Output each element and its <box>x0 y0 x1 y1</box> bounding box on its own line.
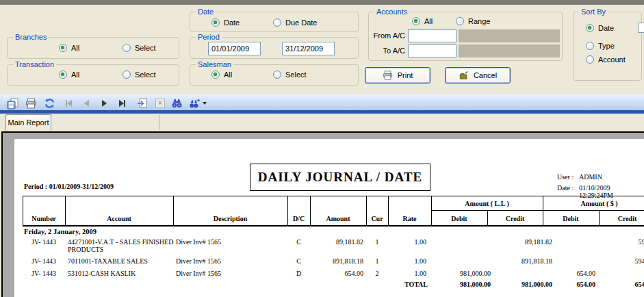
tab-main-report-label: Main Report <box>8 118 49 127</box>
sortby-partial-checkbox[interactable] <box>638 23 644 33</box>
last-page-icon[interactable] <box>114 96 130 110</box>
accounts-all-label[interactable]: All <box>424 17 433 25</box>
header-dc: D/C <box>287 215 310 222</box>
date-group-label: Date <box>196 8 216 16</box>
top-border-strip <box>0 0 644 5</box>
header-cur: Cur <box>366 215 388 222</box>
header-usd-debit: Debit <box>543 215 599 222</box>
transaction-select-label[interactable]: Select <box>135 70 156 79</box>
row-dc: C <box>287 257 310 265</box>
accounts-group-label: Accounts <box>374 8 409 16</box>
row-cur: 1 <box>366 238 388 246</box>
go-to-page-icon[interactable] <box>134 96 151 110</box>
header-ll-debit: Debit <box>431 215 487 222</box>
salesman-all-radio[interactable] <box>211 70 220 79</box>
row-ll-debit: 981,000.00 <box>431 270 491 277</box>
total-usd-debit: 654.00 <box>543 281 595 288</box>
row-amount: 89,181.82 <box>310 238 363 246</box>
salesman-select-label[interactable]: Select <box>285 70 307 79</box>
accounts-range-label[interactable]: Range <box>468 17 490 25</box>
sortby-group-label: Sort By <box>579 8 608 16</box>
header-amount-ll-group: Amount ( L.L ) <box>431 200 543 207</box>
row-account: 531012-CASH KASLIK <box>68 270 174 277</box>
find-icon[interactable] <box>168 96 185 110</box>
sortby-type-label[interactable]: Type <box>598 42 615 50</box>
total-usd-credit: 654.00 <box>599 281 644 288</box>
from-ac-input[interactable] <box>408 29 456 42</box>
to-ac-name-box <box>459 44 560 57</box>
transaction-select-radio[interactable] <box>123 70 131 79</box>
transaction-all-radio[interactable] <box>59 70 67 79</box>
next-page-icon[interactable] <box>96 96 112 110</box>
print-button-icon <box>383 70 393 80</box>
group-date-row: Friday, 2 January, 2009 <box>24 228 96 235</box>
row-usd-credit: 594.55 <box>599 257 644 265</box>
tab-strip-divider <box>159 115 159 130</box>
branches-select-label[interactable]: Select <box>135 44 156 52</box>
branches-select-radio[interactable] <box>123 44 131 52</box>
row-ll-credit: 891,818.18 <box>487 257 552 265</box>
print-icon[interactable] <box>23 96 39 110</box>
table-header-bottom-border <box>23 225 644 227</box>
row-rate: 1.00 <box>388 238 426 246</box>
sortby-type-radio[interactable] <box>586 42 594 50</box>
row-usd-debit: 654.00 <box>543 270 595 277</box>
branches-all-label[interactable]: All <box>71 44 79 52</box>
salesman-all-label[interactable]: All <box>224 70 232 79</box>
cancel-button-icon <box>459 70 469 80</box>
header-usd-credit: Credit <box>599 215 644 222</box>
date-duedate-label[interactable]: Due Date <box>285 18 317 27</box>
salesman-select-radio[interactable] <box>273 70 281 79</box>
row-description: Diver Inv# 1565 <box>176 270 285 277</box>
to-ac-input[interactable] <box>408 44 456 57</box>
report-user-value: ADMIN <box>579 173 602 181</box>
row-amount: 654.00 <box>310 270 363 277</box>
row-usd-credit: 59.45 <box>599 238 644 246</box>
from-ac-label: From A/C <box>370 31 405 40</box>
row-account: 7011001-TAXABLE SALES <box>68 257 174 265</box>
print-button[interactable]: Print <box>365 67 430 83</box>
row-dc: C <box>287 238 310 246</box>
to-ac-label: To A/C <box>370 47 405 55</box>
report-datetime-value: 01/10/2009 12:29:24PM <box>579 184 644 199</box>
header-ll-credit: Credit <box>487 215 543 222</box>
refresh-icon[interactable] <box>41 96 57 110</box>
period-from-input[interactable] <box>208 42 261 55</box>
stop-icon: × <box>152 96 168 110</box>
table-group-header-underline <box>431 210 644 211</box>
previous-page-icon <box>78 96 94 110</box>
header-account: Account <box>65 215 173 222</box>
app-window: Branches All Select Transaction All Sele… <box>0 0 644 297</box>
sortby-date-radio[interactable] <box>586 24 594 32</box>
period-group-label: Period <box>196 33 222 41</box>
date-date-label[interactable]: Date <box>224 18 240 27</box>
zoom-find-dropdown-caret[interactable] <box>201 96 209 110</box>
cancel-button[interactable]: Cancel <box>445 67 511 83</box>
sortby-account-label[interactable]: Account <box>598 55 626 64</box>
accounts-range-radio[interactable] <box>456 17 464 25</box>
transaction-all-label[interactable]: All <box>71 70 79 79</box>
period-to-input[interactable] <box>282 42 335 55</box>
tab-main-report[interactable]: Main Report <box>5 114 51 131</box>
header-amount: Amount <box>310 215 366 222</box>
report-toolbar: × <box>0 94 644 114</box>
header-rate: Rate <box>388 215 431 222</box>
export-icon[interactable] <box>4 96 21 110</box>
row-dc: D <box>287 270 310 277</box>
sortby-date-label[interactable]: Date <box>598 24 614 32</box>
branches-all-radio[interactable] <box>59 44 67 52</box>
header-amount-usd-group: Amount ( $ ) <box>543 200 644 207</box>
salesman-group-label: Salesman <box>196 60 233 68</box>
row-description: Diver Inv# 1565 <box>176 257 285 265</box>
sortby-account-radio[interactable] <box>586 55 594 64</box>
accounts-all-radio[interactable] <box>412 17 420 25</box>
date-duedate-radio[interactable] <box>273 18 281 27</box>
row-number: JV- 1443 <box>23 238 65 246</box>
total-ll-debit: 981,000.00 <box>431 281 491 288</box>
row-description: Diver Inv# 1565 <box>176 238 285 246</box>
header-number: Number <box>23 215 65 222</box>
date-date-radio[interactable] <box>211 18 220 27</box>
row-rate: 1.00 <box>388 270 426 277</box>
table-top-border <box>23 196 644 196</box>
row-cur: 1 <box>366 257 388 265</box>
